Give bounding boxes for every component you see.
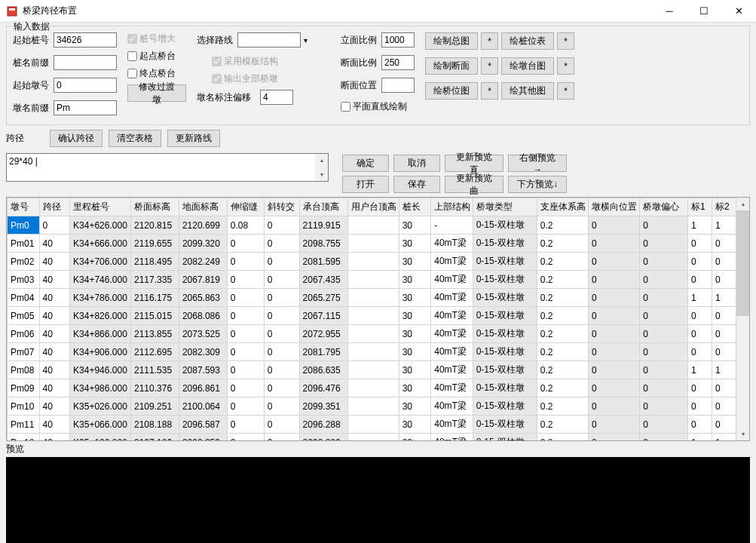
table-cell[interactable]: 0 [712,253,736,271]
table-cell[interactable]: Pm03 [8,271,40,289]
table-cell[interactable]: 0 [264,397,299,416]
table-cell[interactable]: 0 [227,379,264,397]
column-header[interactable]: 承台顶高 [299,198,347,216]
table-row[interactable]: Pm0240K34+706.0002118.4952082.249002081.… [8,253,736,271]
table-cell[interactable] [347,397,399,416]
table-cell[interactable]: 0-15-双柱墩 [473,361,537,379]
table-cell[interactable]: 0-15-双柱墩 [473,416,537,434]
table-cell[interactable] [347,343,399,361]
table-cell[interactable]: 2072.955 [299,325,347,343]
table-cell[interactable]: 30 [399,253,431,271]
table-cell[interactable]: K34+786.000 [70,289,131,307]
table-cell[interactable]: 2112.695 [131,343,179,361]
table-cell[interactable]: 0 [712,416,736,434]
table-cell[interactable]: 40 [39,253,69,271]
ok-button[interactable]: 确定 [342,155,389,172]
table-cell[interactable]: 30 [399,235,431,253]
table-cell[interactable]: 40mT梁 [431,271,473,289]
table-cell[interactable]: 2115.015 [131,307,179,325]
table-cell[interactable]: Pm07 [8,343,40,361]
table-cell[interactable]: 0 [264,361,299,379]
table-cell[interactable]: 0 [227,434,264,442]
table-cell[interactable]: 40 [39,379,69,397]
open-button[interactable]: 打开 [342,176,389,193]
table-cell[interactable]: 2081.795 [299,343,347,361]
table-cell[interactable]: 0 [227,325,264,343]
table-cell[interactable]: K35+026.000 [70,397,131,416]
draw-bridge-star[interactable]: * [481,82,498,100]
start-pier-input[interactable] [54,78,117,93]
table-cell[interactable]: 1 [688,434,712,442]
table-cell[interactable]: 2073.525 [179,325,227,343]
bottom-preview-button[interactable]: 下方预览↓ [508,176,567,193]
table-cell[interactable]: 0 [264,307,299,325]
column-header[interactable]: 标2 [712,198,736,216]
table-cell[interactable]: K34+866.000 [70,325,131,343]
table-cell[interactable]: Pm11 [8,416,40,434]
table-cell[interactable]: 0 [39,216,69,235]
table-cell[interactable]: 0 [264,343,299,361]
table-cell[interactable]: Pm01 [8,235,40,253]
table-cell[interactable]: 2086.635 [299,361,347,379]
table-cell[interactable]: 1 [712,216,736,235]
table-scrollbar[interactable]: ▴ ▾ [736,198,749,440]
table-cell[interactable] [347,235,399,253]
column-header[interactable]: 上部结构 [431,198,473,216]
table-row[interactable]: Pm0740K34+906.0002112.6952082.309002081.… [8,343,736,361]
column-header[interactable]: 标1 [688,198,712,216]
table-cell[interactable]: K34+666.000 [70,235,131,253]
right-preview-button[interactable]: 右侧预览→ [508,155,567,172]
table-cell[interactable]: 40 [39,416,69,434]
table-cell[interactable]: 0.2 [537,235,588,253]
table-cell[interactable]: 0-15-双柱墩 [473,343,537,361]
table-cell[interactable]: 2109.251 [131,397,179,416]
table-cell[interactable]: - [431,216,473,235]
table-cell[interactable]: 0 [712,397,736,416]
table-cell[interactable]: 0.2 [537,271,588,289]
preview-curve-button[interactable]: 更新预览曲 [445,176,503,193]
save-button[interactable]: 保存 [393,176,440,193]
table-cell[interactable]: 0 [640,235,688,253]
table-cell[interactable]: 2120.815 [131,216,179,235]
span-textarea[interactable]: 29*40 | ▴▾ [6,153,329,182]
table-cell[interactable]: 0 [227,253,264,271]
table-cell[interactable]: 0 [588,325,639,343]
table-cell[interactable]: 0 [264,271,299,289]
table-cell[interactable]: 2067.435 [299,271,347,289]
plane-line-check[interactable]: 平面直线绘制 [341,100,415,113]
table-cell[interactable]: 30 [399,325,431,343]
table-cell[interactable]: 2090.286 [299,434,347,442]
table-cell[interactable]: 30 [399,434,431,442]
maximize-button[interactable]: ☐ [687,0,721,23]
table-cell[interactable]: 2100.064 [179,397,227,416]
table-cell[interactable]: 0 [264,235,299,253]
section-scale-input[interactable] [381,55,415,70]
table-cell[interactable]: 0.2 [537,434,588,442]
table-cell[interactable]: 40 [39,434,69,442]
draw-section-star[interactable]: * [481,57,498,75]
table-cell[interactable] [347,271,399,289]
table-cell[interactable]: 40 [39,235,69,253]
table-cell[interactable]: 40mT梁 [431,325,473,343]
table-cell[interactable]: 1 [688,289,712,307]
table-cell[interactable]: 0 [688,416,712,434]
cancel-button[interactable]: 取消 [393,155,440,172]
table-cell[interactable]: Pm08 [8,361,40,379]
table-cell[interactable]: 30 [399,343,431,361]
table-cell[interactable]: 0 [640,253,688,271]
table-cell[interactable]: Pm04 [8,289,40,307]
table-cell[interactable] [347,434,399,442]
table-cell[interactable]: 0-15-双柱墩 [473,253,537,271]
table-row[interactable]: Pm0940K34+986.0002110.3762096.861002096.… [8,379,736,397]
start-stake-input[interactable] [54,32,117,48]
clear-table-button[interactable]: 清空表格 [109,130,161,147]
table-cell[interactable]: 0 [640,307,688,325]
table-row[interactable]: Pm0340K34+746.0002117.3352067.819002067.… [8,271,736,289]
table-cell[interactable]: 1 [712,434,736,442]
table-cell[interactable]: 40 [39,271,69,289]
table-cell[interactable]: 40 [39,397,69,416]
table-cell[interactable]: 2107.186 [131,434,179,442]
table-cell[interactable]: 40mT梁 [431,289,473,307]
table-cell[interactable]: 40 [39,289,69,307]
draw-stake-star[interactable]: * [557,32,574,50]
